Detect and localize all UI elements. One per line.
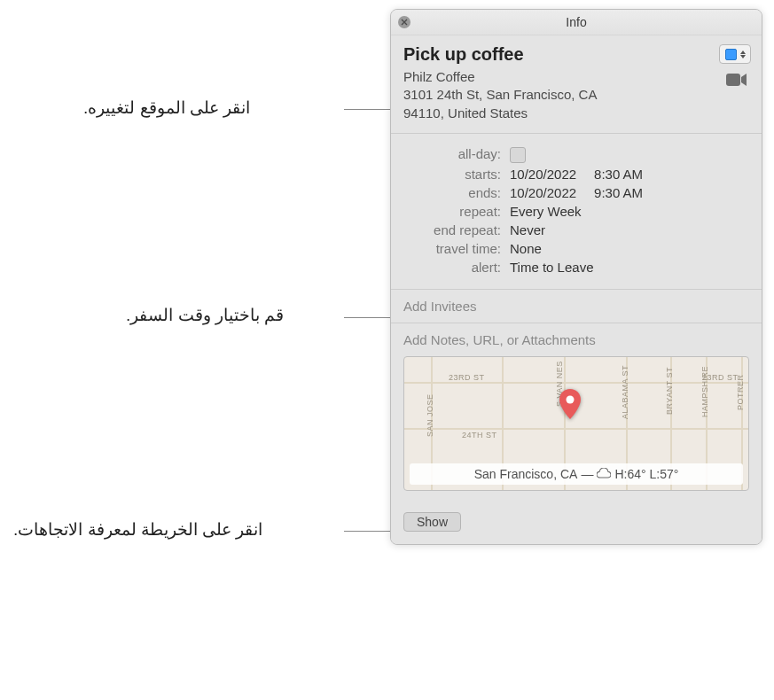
event-details: all-day: starts: 10/20/2022 8:30 AM ends… xyxy=(391,134,762,290)
street-label: 24TH ST xyxy=(462,431,497,439)
color-swatch xyxy=(725,49,737,60)
callout-map: انقر على الخريطة لمعرفة الاتجاهات. xyxy=(13,519,262,540)
window-footer: Show xyxy=(391,503,762,544)
map-road xyxy=(404,382,748,384)
window-title: Info xyxy=(566,15,586,29)
show-button[interactable]: Show xyxy=(403,512,461,532)
starts-label: starts: xyxy=(403,167,510,182)
location-addr-line1: 3101 24th St, San Francisco, CA xyxy=(403,86,749,104)
svg-point-1 xyxy=(567,395,575,403)
traveltime-label: travel time: xyxy=(403,241,510,256)
location-addr-line2: 94110, United States xyxy=(403,105,749,122)
street-label: POTRER xyxy=(736,374,745,410)
traveltime-value[interactable]: None xyxy=(510,241,542,256)
ends-time: 9:30 AM xyxy=(594,185,643,200)
callout-location: انقر على الموقع لتغييره. xyxy=(83,97,250,118)
close-button[interactable] xyxy=(398,16,410,28)
weather-sep: — xyxy=(581,467,593,481)
pin-icon xyxy=(559,389,581,419)
alert-value[interactable]: Time to Leave xyxy=(510,260,594,275)
allday-label: all-day: xyxy=(403,146,510,163)
starts-date: 10/20/2022 xyxy=(510,167,576,182)
endrepeat-value[interactable]: Never xyxy=(510,222,545,237)
alert-label: alert: xyxy=(403,260,510,275)
street-label: 23RD ST xyxy=(449,373,485,382)
weather-bar: San Francisco, CA — H:64° L:57° xyxy=(410,463,743,485)
map-pin xyxy=(559,389,581,423)
weather-temps: H:64° L:57° xyxy=(614,467,678,481)
weather-city: San Francisco, CA xyxy=(474,467,578,481)
street-label: HAMPSHIRE xyxy=(700,366,709,417)
cloud-icon xyxy=(597,468,611,480)
endrepeat-label: end repeat: xyxy=(403,222,510,237)
allday-checkbox[interactable] xyxy=(510,147,526,163)
notes-section: Add Notes, URL, or Attachments 23RD ST 2… xyxy=(391,323,762,503)
street-label: BRYANT ST xyxy=(665,367,674,415)
location-name: Philz Coffee xyxy=(403,68,749,86)
svg-rect-0 xyxy=(726,74,740,86)
callout-travel-line xyxy=(344,317,397,319)
video-icon xyxy=(726,73,747,87)
add-invitees-field[interactable]: Add Invitees xyxy=(391,290,762,323)
calendar-color-picker[interactable] xyxy=(719,44,751,64)
starts-value[interactable]: 10/20/2022 8:30 AM xyxy=(510,167,643,182)
event-title[interactable]: Pick up coffee xyxy=(403,44,749,65)
window-titlebar: Info xyxy=(391,10,762,35)
ends-date: 10/20/2022 xyxy=(510,185,576,200)
repeat-label: repeat: xyxy=(403,204,510,219)
ends-label: ends: xyxy=(403,185,510,200)
street-label: SAN JOSE xyxy=(426,393,434,437)
video-call-button[interactable] xyxy=(726,73,747,90)
starts-time: 8:30 AM xyxy=(594,167,643,182)
event-header: Pick up coffee Philz Coffee 3101 24th St… xyxy=(391,35,762,134)
event-info-window: Info Pick up coffee Philz Coffee 3101 24… xyxy=(390,9,762,545)
callout-travel: قم باختيار وقت السفر. xyxy=(126,305,284,325)
repeat-value[interactable]: Every Week xyxy=(510,204,582,219)
add-notes-field[interactable]: Add Notes, URL, or Attachments xyxy=(403,332,749,347)
event-location[interactable]: Philz Coffee 3101 24th St, San Francisco… xyxy=(403,68,749,122)
event-map[interactable]: 23RD ST 23RD ST 24TH ST S VAN NES ALABAM… xyxy=(403,356,749,491)
street-label: ALABAMA ST xyxy=(621,365,629,419)
map-road xyxy=(404,428,748,430)
close-icon xyxy=(401,19,408,26)
chevron-updown-icon xyxy=(740,51,746,58)
ends-value[interactable]: 10/20/2022 9:30 AM xyxy=(510,185,643,200)
callout-location-line xyxy=(344,109,390,111)
